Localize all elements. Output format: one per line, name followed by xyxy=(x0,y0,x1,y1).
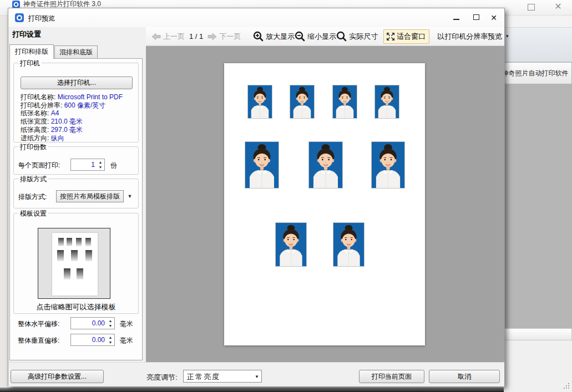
fit-window-icon xyxy=(386,32,396,42)
copies-unit: 份 xyxy=(110,161,117,170)
brightness-value: 正常亮度 xyxy=(187,372,220,382)
paper-name-row: 纸张名称: A4 xyxy=(21,109,123,118)
actual-size-icon xyxy=(336,31,347,42)
arrow-left-icon xyxy=(151,33,161,40)
cancel-button[interactable]: 取消 xyxy=(429,370,500,383)
settings-tabs: 打印和排版 混排和底版 xyxy=(9,47,98,59)
feed-direction-row: 进纸方向: 纵向 xyxy=(21,134,123,142)
printer-group: 打印机 选择打印机... 打印机名称: Microsoft Print to P… xyxy=(13,63,139,142)
panel-heading: 打印设置 xyxy=(12,29,41,39)
vertical-offset-stepper[interactable]: ▲▼ xyxy=(70,334,115,346)
preview-area xyxy=(146,46,504,362)
vertical-offset-unit: 毫米 xyxy=(120,336,133,345)
tab-mixed-and-backing[interactable]: 混排和底版 xyxy=(54,45,98,59)
horizontal-offset-unit: 毫米 xyxy=(120,319,133,329)
template-cell xyxy=(57,250,64,261)
minimize-icon xyxy=(453,19,459,20)
printer-resolution-dropdown[interactable]: 以打印机分辨率预览 ▼ xyxy=(437,32,509,42)
select-printer-button[interactable]: 选择打印机... xyxy=(21,77,133,89)
template-cell xyxy=(85,238,91,246)
dialog-app-icon xyxy=(15,13,24,22)
template-cell xyxy=(67,238,72,246)
template-cell xyxy=(71,250,78,261)
layout-label: 排版方式: xyxy=(18,192,47,202)
id-photo xyxy=(247,85,272,119)
minimize-button[interactable] xyxy=(448,12,464,24)
horizontal-offset-input[interactable] xyxy=(71,318,107,329)
copies-input[interactable] xyxy=(71,159,97,170)
layout-row: 排版方式: 按照片布局模板排版 ▼ xyxy=(18,190,136,202)
arrow-right-icon xyxy=(207,33,217,40)
combo-arrow-icon: ▼ xyxy=(255,374,259,379)
printer-group-title: 打印机 xyxy=(18,59,42,68)
printer-info-list: 打印机名称: Microsoft Print to PDF 打印机分辨率: 60… xyxy=(21,93,123,142)
horizontal-offset-label: 整体水平偏移: xyxy=(18,319,59,329)
preview-toolbar: 上一页 1 / 1 下一页 放大显示 缩小显示 实际尺寸 xyxy=(146,27,504,46)
copies-row: 每个页面打印: ▲▼ 份 xyxy=(18,159,135,171)
close-icon: ✕ xyxy=(490,13,497,22)
spin-down-icon[interactable]: ▼ xyxy=(107,340,114,344)
tab-print-and-layout[interactable]: 打印和排版 xyxy=(9,44,54,59)
resize-grip[interactable] xyxy=(564,383,570,390)
main-close-icon[interactable]: ✕ xyxy=(553,1,564,12)
layout-mode-value: 按照片布局模板排版 xyxy=(56,190,124,202)
prev-page-button[interactable]: 上一页 xyxy=(151,32,185,42)
screen: 神奇证件照片打印软件 3.0 ✕ 神奇照片自动打印软件 打印预览 ✕ 打印设置 … xyxy=(0,0,572,392)
spin-up-icon[interactable]: ▲ xyxy=(107,319,114,323)
maximize-button[interactable] xyxy=(468,12,484,24)
vertical-offset-input[interactable] xyxy=(71,334,107,345)
layout-group: 排版方式 排版方式: 按照片布局模板排版 ▼ xyxy=(13,179,139,208)
auto-print-software-button[interactable]: 神奇照片自动打印软件 xyxy=(498,62,572,84)
actual-size-button[interactable]: 实际尺寸 xyxy=(336,31,378,42)
vertical-offset-label: 整体垂直偏移: xyxy=(18,336,59,345)
template-caption: 点击缩略图可以选择模板 xyxy=(14,302,138,312)
print-settings-panel: 打印设置 打印和排版 混排和底版 打印机 选择打印机... 打印机名称: Mic… xyxy=(8,27,146,362)
dialog-shadow xyxy=(0,388,504,392)
fit-window-button[interactable]: 适合窗口 xyxy=(383,29,429,44)
close-button[interactable]: ✕ xyxy=(485,12,502,24)
dialog-titlebar: 打印预览 ✕ xyxy=(8,8,504,27)
id-photo xyxy=(332,85,357,119)
dialog-title: 打印预览 xyxy=(28,14,55,23)
advanced-print-settings-button[interactable]: 高级打印参数设置... xyxy=(11,370,104,383)
copies-group-title: 打印份数 xyxy=(18,142,48,152)
template-cell xyxy=(64,268,70,279)
copies-label: 每个页面打印: xyxy=(18,161,60,170)
printer-name-row: 打印机名称: Microsoft Print to PDF xyxy=(21,93,123,101)
spin-up-icon[interactable]: ▲ xyxy=(97,160,104,164)
template-cell xyxy=(85,250,92,261)
template-thumbnail[interactable] xyxy=(38,228,110,299)
id-photo xyxy=(290,85,315,119)
id-photo xyxy=(333,222,365,267)
paper-width-row: 纸张宽度: 210.0 毫米 xyxy=(21,118,123,126)
combo-arrow-icon[interactable]: ▼ xyxy=(126,194,134,199)
brightness-select[interactable]: 正常亮度 ▼ xyxy=(183,370,262,383)
zoom-in-button[interactable]: 放大显示 xyxy=(253,31,295,42)
dropdown-arrow-icon: ▼ xyxy=(505,34,509,39)
vertical-offset-row: 整体垂直偏移: ▲▼ 毫米 xyxy=(18,334,135,346)
copies-stepper[interactable]: ▲▼ xyxy=(70,159,105,171)
horizontal-offset-stepper[interactable]: ▲▼ xyxy=(70,317,115,329)
spin-down-icon[interactable]: ▼ xyxy=(97,165,104,169)
main-maximize-icon[interactable] xyxy=(528,4,535,11)
main-window-title: 神奇证件照片打印软件 3.0 xyxy=(23,0,101,8)
next-page-button[interactable]: 下一页 xyxy=(207,32,241,42)
zoom-in-icon xyxy=(253,31,264,42)
id-photo xyxy=(275,222,307,267)
template-group-title: 模板设置 xyxy=(18,209,48,218)
template-cell xyxy=(58,238,64,246)
template-cell xyxy=(76,238,82,246)
main-app-icon xyxy=(12,1,20,8)
maximize-icon xyxy=(473,14,479,20)
spin-down-icon[interactable]: ▼ xyxy=(107,324,114,328)
copies-spin-arrows: ▲▼ xyxy=(97,159,104,170)
template-group: 模板设置 点击缩略图可以选择模板 xyxy=(13,213,139,314)
spin-up-icon[interactable]: ▲ xyxy=(107,335,114,339)
horizontal-offset-row: 整体水平偏移: ▲▼ 毫米 xyxy=(18,317,135,329)
zoom-out-button[interactable]: 缩小显示 xyxy=(295,31,336,42)
layout-mode-select[interactable]: 按照片布局模板排版 ▼ xyxy=(56,190,134,202)
copies-group: 打印份数 每个页面打印: ▲▼ 份 xyxy=(13,146,139,175)
id-photo xyxy=(308,141,343,189)
brightness-label: 亮度调节: xyxy=(146,373,178,383)
print-current-page-button[interactable]: 打印当前页面 xyxy=(359,370,424,383)
